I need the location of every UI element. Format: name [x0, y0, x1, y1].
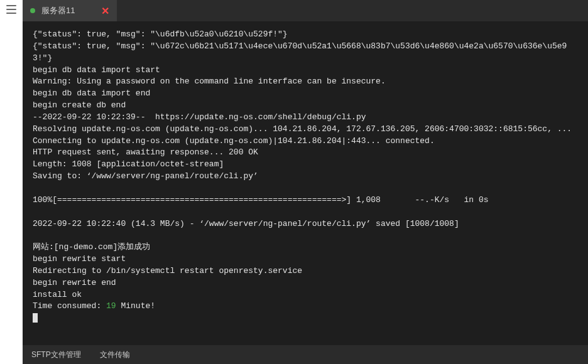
terminal-line: [33, 183, 578, 195]
terminal-line: begin rewrite start: [33, 254, 578, 265]
tab-server[interactable]: 服务器11 ✕: [23, 0, 117, 21]
terminal-line: HTTP request sent, awaiting response... …: [33, 147, 578, 159]
terminal-line: Time consumed: 19 Minute!: [33, 301, 578, 313]
tab-title: 服务器11: [41, 5, 75, 16]
left-sidebar: [0, 0, 23, 364]
terminal-line: --2022-09-22 10:22:39-- https://update.n…: [33, 112, 578, 124]
menu-list-icon[interactable]: [6, 5, 16, 14]
sftp-manager-button[interactable]: SFTP文件管理: [31, 350, 81, 360]
terminal-line: Warning: Using a password on the command…: [33, 76, 578, 88]
terminal-line: begin db data import end: [33, 88, 578, 100]
terminal-line: begin db data import start: [33, 65, 578, 77]
main-area: 服务器11 ✕ {"status": true, "msg": "\u6dfb\…: [23, 0, 588, 364]
terminal-line: Redirecting to /bin/systemctl restart op…: [33, 265, 578, 277]
terminal-cursor-line: [33, 313, 578, 324]
terminal-line: {"status": true, "msg": "\u672c\u6b21\u5…: [33, 41, 578, 65]
terminal-line: Saving to: ‘/www/server/ng-panel/route/c…: [33, 171, 578, 183]
terminal-line: install ok: [33, 289, 578, 301]
terminal-line: 2022-09-22 10:22:40 (14.3 MB/s) - ‘/www/…: [33, 218, 578, 230]
terminal-line: begin create db end: [33, 100, 578, 112]
status-dot-icon: [30, 8, 35, 13]
terminal-line: [33, 206, 578, 218]
terminal-line: {"status": true, "msg": "\u6dfb\u52a0\u6…: [33, 29, 578, 41]
terminal-output[interactable]: {"status": true, "msg": "\u6dfb\u52a0\u6…: [23, 21, 588, 345]
terminal-line: Resolving update.ng-os.com (update.ng-os…: [33, 124, 578, 136]
bottom-bar: SFTP文件管理 文件传输: [23, 345, 588, 364]
terminal-line: Length: 1008 [application/octet-stream]: [33, 159, 578, 171]
terminal-line: begin rewrite end: [33, 277, 578, 289]
close-icon[interactable]: ✕: [101, 5, 109, 17]
terminal-line: Connecting to update.ng-os.com (update.n…: [33, 136, 578, 147]
terminal-line: 网站:[ng-demo.com]添加成功: [33, 242, 578, 254]
terminal-line: 100%[===================================…: [33, 195, 578, 206]
terminal-line: [33, 230, 578, 242]
cursor-icon: [33, 313, 38, 323]
file-transfer-button[interactable]: 文件传输: [100, 350, 130, 360]
tab-bar: 服务器11 ✕: [23, 0, 588, 21]
